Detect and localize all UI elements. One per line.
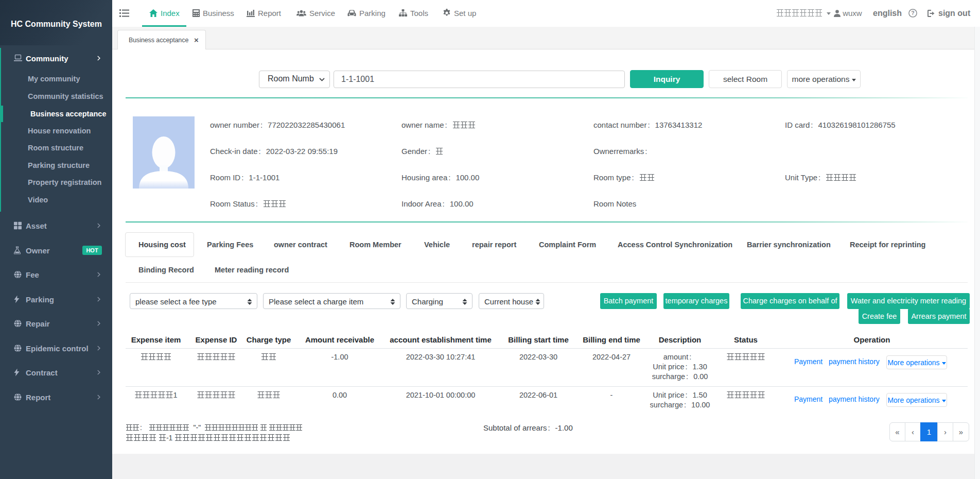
svg-text:?: ? — [911, 10, 914, 16]
